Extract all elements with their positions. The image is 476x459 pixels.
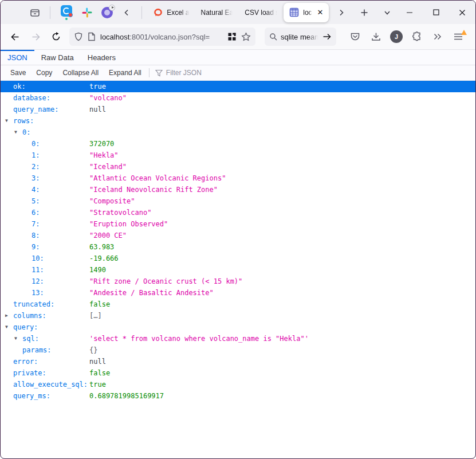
json-value: false	[89, 299, 110, 310]
tab-list-dropdown-icon[interactable]	[378, 4, 396, 21]
shield-icon	[74, 32, 83, 41]
funnel-icon	[155, 69, 163, 77]
json-row-query_ms[interactable]: query_ms:0.6897819985169917	[1, 390, 475, 402]
expand-all-button[interactable]: Expand All	[104, 65, 147, 80]
downloads-icon[interactable]	[366, 28, 385, 46]
json-row-1[interactable]: 1:"Hekla"	[1, 150, 475, 161]
json-row-12[interactable]: 12:"Rift zone / Oceanic crust (< 15 km)"	[1, 276, 475, 287]
json-key: 11:	[32, 264, 44, 276]
filter-json-input[interactable]: Filter JSON	[152, 69, 205, 77]
bookmark-star-icon[interactable]	[241, 32, 251, 42]
json-key: 1:	[32, 150, 40, 161]
json-row-9[interactable]: 9:63.983	[1, 241, 475, 253]
json-row-6[interactable]: 6:"Stratovolcano"	[1, 207, 475, 218]
json-value: true	[89, 379, 106, 390]
overflow-chevrons-icon[interactable]	[428, 28, 447, 46]
copy-button[interactable]: Copy	[31, 65, 57, 80]
json-row-error[interactable]: error:null	[1, 356, 475, 367]
save-button[interactable]: Save	[5, 65, 31, 80]
json-row-private[interactable]: private:false	[1, 367, 475, 379]
search-bar[interactable]: sqlite mean	[265, 28, 336, 46]
tab-label: Excel a	[167, 9, 189, 17]
json-key: 13:	[32, 287, 44, 299]
json-row-columns[interactable]: ▶columns:[…]	[1, 310, 475, 321]
json-row-database[interactable]: database:"volcano"	[1, 92, 475, 104]
json-row-allow_execute_sql[interactable]: allow_execute_sql:true	[1, 379, 475, 390]
tab-json[interactable]: JSON	[1, 50, 34, 65]
json-row-rows[interactable]: ▼rows:	[1, 115, 475, 127]
json-value: "volcano"	[89, 92, 127, 104]
collapse-arrow-icon[interactable]: ▼	[14, 333, 17, 344]
pinned-tab-media[interactable]	[97, 3, 118, 22]
search-go-icon[interactable]	[322, 33, 332, 41]
tab-label: loc	[303, 9, 312, 17]
json-row-4[interactable]: 4:"Iceland Neovolcanic Rift Zone"	[1, 184, 475, 195]
collapse-arrow-icon[interactable]: ▼	[5, 115, 8, 127]
json-row-7[interactable]: 7:"Eruption Observed"	[1, 218, 475, 230]
account-avatar[interactable]: J	[387, 28, 406, 46]
page-icon	[88, 32, 96, 41]
json-row-3[interactable]: 3:"Atlantic Ocean Volcanic Regions"	[1, 172, 475, 184]
tab-headers[interactable]: Headers	[81, 50, 123, 65]
json-row-10[interactable]: 10:-19.666	[1, 253, 475, 264]
json-key: params:	[22, 344, 52, 356]
json-row-11[interactable]: 11:1490	[1, 264, 475, 276]
json-value: "Iceland"	[89, 161, 127, 172]
json-row-query[interactable]: ▼query:	[1, 321, 475, 333]
json-value: null	[89, 356, 106, 367]
tab-natural-earth[interactable]: Natural Ea	[195, 3, 239, 22]
json-key: rows:	[13, 115, 34, 127]
json-key: private:	[13, 367, 46, 379]
json-row-5[interactable]: 5:"Composite"	[1, 195, 475, 207]
json-row-2[interactable]: 2:"Iceland"	[1, 161, 475, 172]
reload-icon[interactable]	[46, 28, 66, 46]
json-key: 7:	[32, 218, 40, 230]
tab-scroll-left-icon[interactable]	[117, 4, 136, 21]
url-bar[interactable]: localhost:8001/volcano.json?sql=	[69, 28, 255, 46]
pinned-tab-slack[interactable]	[77, 3, 97, 22]
json-row-query_name[interactable]: query_name:null	[1, 104, 475, 115]
toolbar-separator	[149, 68, 150, 77]
collapse-arrow-icon[interactable]: ▼	[14, 127, 17, 138]
json-key: 10:	[32, 253, 44, 264]
tab-scroll-right-icon[interactable]	[332, 4, 351, 21]
close-window-button[interactable]	[449, 1, 475, 24]
json-row-params[interactable]: params:{}	[1, 344, 475, 356]
firefox-view-icon[interactable]	[26, 4, 44, 21]
hamburger-menu-icon[interactable]	[449, 28, 468, 46]
tab-raw-data[interactable]: Raw Data	[34, 50, 81, 65]
collapse-all-button[interactable]: Collapse All	[57, 65, 104, 80]
pinned-tab-app[interactable]	[56, 3, 77, 22]
url-text[interactable]: localhost:8001/volcano.json?sql=	[100, 33, 223, 41]
json-row-sql[interactable]: ▼sql:'select * from volcano where volcan…	[1, 333, 475, 344]
back-icon[interactable]	[5, 28, 25, 46]
json-value: {}	[89, 344, 97, 356]
tab-csv-load[interactable]: CSV load s	[239, 3, 284, 22]
new-tab-icon[interactable]	[355, 4, 373, 21]
json-row-truncated[interactable]: truncated:false	[1, 299, 475, 310]
json-key: 2:	[32, 161, 40, 172]
browser-window: Excel a Natural Ea CSV load s loc ✕	[0, 0, 476, 459]
collapse-arrow-icon[interactable]: ▼	[5, 321, 8, 333]
json-value: "Rift zone / Oceanic crust (< 15 km)"	[89, 276, 242, 287]
json-row-0[interactable]: ▼0:	[1, 127, 475, 138]
tab-localhost-active[interactable]: loc ✕	[284, 3, 329, 22]
json-row-13[interactable]: 13:"Andesite / Basaltic Andesite"	[1, 287, 475, 299]
json-row-8[interactable]: 8:"2000 CE"	[1, 230, 475, 241]
maximize-button[interactable]	[423, 1, 449, 24]
forward-icon[interactable]	[26, 28, 45, 46]
tab-excel[interactable]: Excel a	[148, 3, 195, 22]
extension-grid-icon[interactable]	[227, 32, 237, 41]
search-input[interactable]: sqlite mean	[281, 33, 319, 41]
json-row-0[interactable]: 0:372070	[1, 138, 475, 150]
tab-close-icon[interactable]: ✕	[316, 9, 325, 16]
json-toolbar: Save Copy Collapse All Expand All Filter…	[1, 65, 475, 81]
pocket-icon[interactable]	[345, 28, 365, 46]
json-key: columns:	[13, 310, 46, 321]
extensions-puzzle-icon[interactable]	[407, 28, 427, 46]
json-row-ok[interactable]: ok:true	[1, 81, 475, 92]
expand-arrow-icon[interactable]: ▶	[5, 310, 8, 321]
titlebar-separator	[141, 6, 142, 19]
slack-icon	[81, 7, 93, 18]
minimize-button[interactable]	[396, 1, 423, 24]
